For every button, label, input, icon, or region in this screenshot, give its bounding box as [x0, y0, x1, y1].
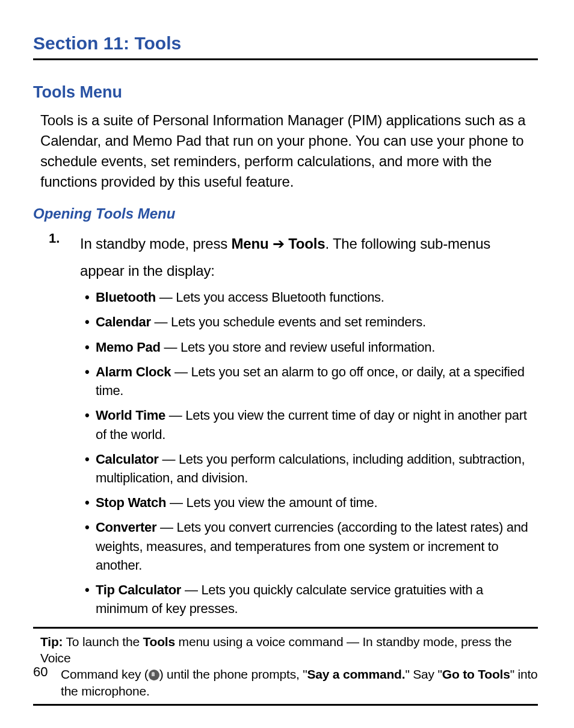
- bullet-name: Stop Watch: [96, 495, 166, 510]
- list-item: • Memo Pad — Lets you store and review u…: [85, 338, 538, 356]
- list-item: • World Time — Lets you view the current…: [85, 406, 538, 443]
- step-text-pre: In standby mode, press: [80, 235, 232, 252]
- bullet-name: Bluetooth: [96, 290, 156, 305]
- bullet-name: Tip Calculator: [96, 582, 181, 597]
- tip-line2b: ) until the phone prompts, ": [159, 667, 307, 681]
- bullet-body: Converter — Lets you convert currencies …: [96, 518, 538, 574]
- step-body: In standby mode, press Menu ➔ Tools. The…: [80, 231, 538, 284]
- bullet-body: Alarm Clock — Lets you set an alarm to g…: [96, 362, 538, 400]
- bullet-desc: — Lets you convert currencies (according…: [96, 520, 528, 572]
- bullet-icon: •: [85, 362, 96, 400]
- heading-opening-tools-menu: Opening Tools Menu: [33, 205, 538, 222]
- bullet-body: Memo Pad — Lets you store and review use…: [96, 338, 538, 356]
- list-item: • Converter — Lets you convert currencie…: [85, 518, 538, 574]
- section-title: Section 11: Tools: [33, 33, 538, 54]
- list-item: • Bluetooth — Lets you access Bluetooth …: [85, 288, 538, 306]
- tip-mid2: " Say ": [405, 667, 442, 681]
- step-menu-bold: Menu: [232, 235, 269, 252]
- bullet-name: Alarm Clock: [96, 364, 171, 379]
- step-1: 1. In standby mode, press Menu ➔ Tools. …: [49, 231, 538, 284]
- bullet-icon: •: [85, 580, 96, 618]
- bullet-desc: — Lets you store and review useful infor…: [161, 340, 435, 355]
- bullet-name: Calendar: [96, 314, 151, 329]
- tip-tools-bold: Tools: [143, 635, 175, 649]
- tip-rule-top: [33, 627, 538, 629]
- bullet-icon: •: [85, 406, 96, 443]
- bullet-body: Bluetooth — Lets you access Bluetooth fu…: [96, 288, 538, 306]
- list-item: • Tip Calculator — Lets you quickly calc…: [85, 580, 538, 618]
- list-item: • Stop Watch — Lets you view the amount …: [85, 493, 538, 512]
- bullet-name: World Time: [96, 408, 165, 423]
- section-rule: [33, 58, 538, 60]
- bullet-desc: — Lets you schedule events and set remin…: [151, 314, 426, 329]
- bullet-icon: •: [85, 518, 96, 574]
- tip-line2a: Command key (: [61, 667, 149, 681]
- bullet-icon: •: [85, 338, 96, 356]
- bullet-desc: — Lets you view the amount of time.: [166, 495, 377, 510]
- bullet-body: Calendar — Lets you schedule events and …: [96, 313, 538, 331]
- bullet-icon: •: [85, 288, 96, 306]
- bullet-body: Calculator — Lets you perform calculatio…: [96, 450, 538, 487]
- tip-say-bold: Say a command.: [307, 667, 405, 681]
- intro-paragraph: Tools is a suite of Personal Information…: [40, 110, 538, 192]
- bullet-name: Memo Pad: [96, 340, 161, 355]
- submenu-list: • Bluetooth — Lets you access Bluetooth …: [85, 288, 538, 618]
- bullet-icon: •: [85, 450, 96, 487]
- bullet-name: Converter: [96, 520, 156, 535]
- bullet-icon: •: [85, 313, 96, 331]
- page-number: 60: [33, 664, 48, 680]
- bullet-desc: — Lets you perform calculations, includi…: [96, 452, 525, 485]
- arrow-icon: ➔: [268, 235, 288, 252]
- list-item: • Calculator — Lets you perform calculat…: [85, 450, 538, 487]
- tip-rule-bottom: [33, 704, 538, 706]
- bullet-body: World Time — Lets you view the current t…: [96, 406, 538, 443]
- step-tools-bold: Tools: [288, 235, 325, 252]
- list-item: • Alarm Clock — Lets you set an alarm to…: [85, 362, 538, 400]
- bullet-name: Calculator: [96, 452, 159, 467]
- tip-goto-bold: Go to Tools: [442, 667, 510, 681]
- tip-label: Tip:: [40, 635, 63, 649]
- bullet-body: Tip Calculator — Lets you quickly calcul…: [96, 580, 538, 618]
- bullet-icon: •: [85, 493, 96, 512]
- step-number: 1.: [49, 231, 80, 284]
- tip-pre: To launch the: [63, 635, 143, 649]
- list-item: • Calendar — Lets you schedule events an…: [85, 313, 538, 331]
- bullet-body: Stop Watch — Lets you view the amount of…: [96, 493, 538, 512]
- voice-command-key-icon: [149, 670, 159, 680]
- tip-box: Tip: To launch the Tools menu using a vo…: [33, 633, 538, 699]
- bullet-desc: — Lets you access Bluetooth functions.: [156, 290, 384, 305]
- heading-tools-menu: Tools Menu: [33, 83, 538, 102]
